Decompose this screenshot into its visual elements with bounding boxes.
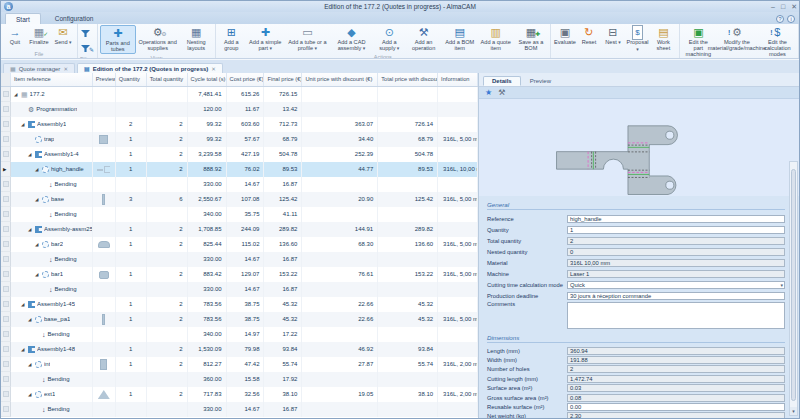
ribbon-button-add-a-supply[interactable]: ⊙Add a supply ▾ (373, 25, 405, 53)
cutting-time-calculation-mode-field[interactable]: Quick▾ (567, 281, 785, 289)
minimize-button[interactable]: – (771, 1, 775, 12)
help-icon[interactable]: ? (776, 15, 784, 23)
table-row-trap-3[interactable]: trap1299.3257.6768.7934.4068.79316L, 5,0… (1, 132, 478, 147)
column-header-cycle[interactable]: Cycle total (s) (188, 73, 227, 86)
column-header-tqty[interactable]: Total quantity (147, 73, 188, 86)
ribbon-button-nesting-layouts[interactable]: ▦Nesting layouts (180, 25, 213, 52)
tools-wrench-icon[interactable]: ⚒ (498, 88, 505, 98)
table-row-assembly1-2[interactable]: ◢Assembly12299.32603.60712.73363.07726.1… (1, 117, 478, 132)
row-gutter[interactable] (1, 177, 11, 192)
ribbon-button-nest[interactable]: ⊟Nest ▾ (601, 25, 625, 47)
column-header-unit[interactable]: Unit price with discount (€) (302, 73, 378, 86)
expander-icon[interactable]: ◢ (35, 162, 40, 177)
expander-icon[interactable]: ◢ (21, 297, 26, 312)
row-gutter[interactable] (1, 147, 11, 162)
row-gutter[interactable]: ▶ (1, 162, 11, 177)
tab-close-icon[interactable]: ✕ (63, 66, 68, 72)
row-gutter[interactable] (1, 117, 11, 132)
row-gutter[interactable] (1, 207, 11, 222)
table-row-bar1-12[interactable]: ◢bar112883.42129.07153.2276.61153.22316L… (1, 267, 478, 282)
table-row-bending-16[interactable]: ↓Bending340.0014.9717.22 (1, 327, 478, 342)
row-gutter[interactable] (1, 312, 11, 327)
document-tab-quote-manager[interactable]: ▦Quote manager✕ (3, 63, 75, 73)
expander-icon[interactable]: ◢ (35, 192, 40, 207)
column-header-ref[interactable]: Item reference (11, 73, 93, 86)
expander-icon[interactable]: ◢ (14, 87, 19, 102)
ribbon-button-filter-icon[interactable] (80, 27, 94, 40)
ribbon-button-send[interactable]: ✉Send ▾ (51, 25, 75, 47)
row-gutter[interactable] (1, 282, 11, 297)
expander-icon[interactable]: ◢ (21, 117, 26, 132)
ribbon-button-proposal[interactable]: $Proposal ▾ (625, 25, 650, 53)
ribbon-button-save-as-a-bom[interactable]: ▦✚Save as a BOM (514, 25, 548, 52)
ribbon-button-add-a-bom-item[interactable]: ▤Add a BOM item (442, 25, 478, 52)
ribbon-button-add-an-operation[interactable]: ⚒Add an operation (405, 25, 442, 52)
reference-field[interactable]: high_handle (567, 215, 785, 223)
expander-icon[interactable]: ◢ (21, 342, 26, 357)
expander-icon[interactable]: ◢ (35, 267, 40, 282)
column-header-preview[interactable]: Preview (93, 73, 116, 86)
ribbon-button-parts-and-tubes[interactable]: ✚Parts and tubes (100, 25, 136, 54)
row-gutter[interactable] (1, 357, 11, 372)
reusable-surface-m-field[interactable]: 0.00 (567, 403, 785, 411)
table-row-assembly1-48-17[interactable]: ◢Assembly1-48121,530.0979.9893.8446.9293… (1, 342, 478, 357)
details-tab-preview[interactable]: Preview (521, 76, 560, 86)
table-row-bending-13[interactable]: ↓Bending330.0014.6716.87 (1, 282, 478, 297)
row-gutter[interactable] (1, 267, 11, 282)
production-deadline-field[interactable]: 30 jours à réception commande (567, 292, 785, 300)
row-gutter[interactable] (1, 297, 11, 312)
expander-icon[interactable]: ◢ (28, 222, 33, 237)
scrollbar-down-arrow[interactable]: ▾ (790, 407, 797, 415)
app-logo-icon[interactable]: a (4, 2, 13, 11)
ribbon-button-work-sheet[interactable]: ▤Work sheet (650, 25, 677, 52)
column-header-qty[interactable]: Quantity (116, 73, 147, 86)
table-row-bending-6[interactable]: ↓Bending330.0014.6716.87 (1, 177, 478, 192)
row-gutter[interactable] (1, 402, 11, 417)
table-row-base-pa1-15[interactable]: ◢base_pa112783.5638.7545.3222.6645.32316… (1, 312, 478, 327)
quantity-field[interactable]: 1 (567, 226, 785, 234)
document-tab-edition-of-the-177-2-quotes-in-progress[interactable]: ▤Edition of the 177.2 (Quotes in progres… (77, 63, 223, 73)
ribbon-button-add-a-group[interactable]: ⊞Add a group (218, 25, 245, 52)
table-row-high-handle-5[interactable]: ▶◢high_handle12888.9276.0289.5344.7789.5… (1, 162, 478, 177)
ribbon-button-evaluate[interactable]: ▣Evaluate (553, 25, 577, 46)
expander-icon[interactable]: ◢ (35, 237, 40, 252)
row-gutter[interactable] (1, 102, 11, 117)
table-row-bar2-10[interactable]: ◢bar212825.44115.02136.6068.30136.60316L… (1, 237, 478, 252)
table-row-bending-8[interactable]: ↓Bending340.0035.7541.11 (1, 207, 478, 222)
ribbon-button-quit[interactable]: →Quit (3, 25, 27, 46)
info-icon[interactable]: i (787, 15, 795, 23)
row-gutter[interactable] (1, 132, 11, 147)
ribbon-button-operations-and-supplies[interactable]: ⚙⚙Operations and supplies (136, 25, 180, 52)
maximize-button[interactable]: □ (781, 1, 785, 12)
favorite-star-icon[interactable]: ★ (485, 88, 492, 98)
row-gutter[interactable] (1, 252, 11, 267)
table-row-bending-19[interactable]: ↓Bending360.0015.5817.92 (1, 372, 478, 387)
row-gutter[interactable] (1, 192, 11, 207)
ribbon-button-add-a-simple-part[interactable]: ✚Add a simple part ▾ (245, 25, 285, 53)
row-gutter[interactable] (1, 237, 11, 252)
row-gutter[interactable] (1, 342, 11, 357)
details-tab-details[interactable]: Details (483, 76, 521, 86)
table-row-bending-21[interactable]: ↓Bending330.0014.6716.87 (1, 402, 478, 417)
close-button[interactable]: ✕ (791, 1, 797, 12)
expander-icon[interactable]: ◢ (28, 357, 33, 372)
table-row-ext1-20[interactable]: ◢ext112717.8332.5638.1019.0538.10316L, 2… (1, 387, 478, 402)
tab-close-icon[interactable]: ✕ (211, 66, 216, 72)
dropdown-arrow-icon[interactable]: ▾ (780, 282, 783, 289)
ribbon-button-edit-the-calculation-modes[interactable]: $!Edit the calculation modes (759, 25, 796, 58)
ribbon-button-reset[interactable]: ↻Reset (577, 25, 601, 46)
ribbon-button-modify-the-material-grade-machine[interactable]: ⚙!Modify the material/grade/machine (715, 25, 759, 52)
row-gutter[interactable] (1, 87, 11, 102)
row-gutter[interactable] (1, 327, 11, 342)
ribbon-tab-start[interactable]: Start (5, 13, 41, 24)
ribbon-button-finalize[interactable]: ▦✓Finalize (27, 25, 51, 46)
ribbon-button-add-a-quote-item[interactable]: ▥Add a quote item (477, 25, 513, 52)
expander-icon[interactable]: ◢ (28, 387, 33, 402)
table-row-base-7[interactable]: ◢base362,550.67107.08125.4220.90125.4231… (1, 192, 478, 207)
row-gutter[interactable] (1, 372, 11, 387)
table-row-assembly1-45-14[interactable]: ◢Assembly1-4512783.5638.7545.3222.6645.3… (1, 297, 478, 312)
table-row-assembly1-4-4[interactable]: ◢Assembly1-4123,239.58427.19504.78252.39… (1, 147, 478, 162)
ribbon-button-filter-edit-icon[interactable]: ✎ (80, 42, 94, 55)
column-header-info[interactable]: Information (438, 73, 478, 86)
column-header-total[interactable]: Total price with discount (€) (378, 73, 438, 86)
